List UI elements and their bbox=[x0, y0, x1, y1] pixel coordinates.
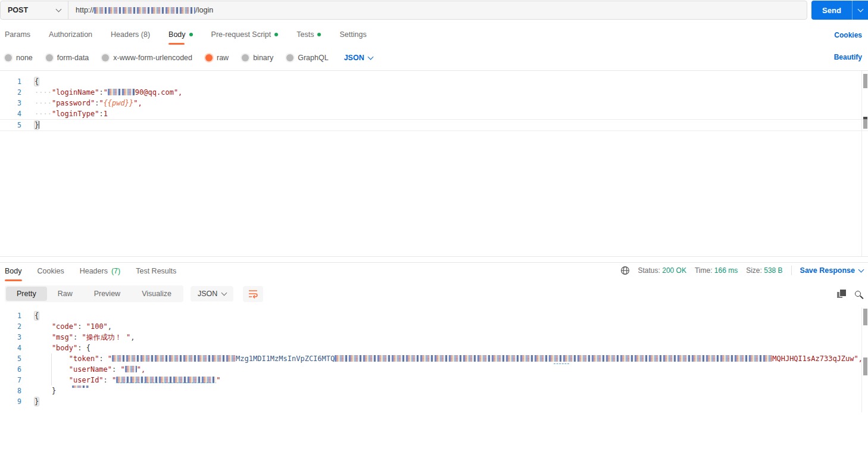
bodytype-binary[interactable]: binary bbox=[242, 54, 273, 62]
cookies-link[interactable]: Cookies bbox=[834, 31, 862, 39]
scrollbar-thumb[interactable] bbox=[863, 309, 867, 325]
radio-selected-icon bbox=[205, 54, 213, 61]
tab-response-headers[interactable]: Headers (7) bbox=[80, 263, 121, 281]
redacted-login-name bbox=[108, 89, 135, 95]
line-number: 8 bbox=[0, 386, 21, 396]
method-dropdown[interactable]: POST bbox=[1, 1, 68, 19]
line-number: 1 bbox=[0, 76, 21, 87]
view-raw[interactable]: Raw bbox=[47, 287, 83, 301]
bodytype-graphql[interactable]: GraphQL bbox=[286, 54, 328, 62]
line-number: 9 bbox=[0, 396, 21, 407]
line-number: 3 bbox=[0, 332, 21, 343]
redacted-spill bbox=[72, 386, 89, 388]
search-icon[interactable] bbox=[855, 291, 861, 297]
request-body-editor[interactable]: 1 { 2 ····"loginName":"90@qq.com", 3 ···… bbox=[0, 70, 868, 257]
wrap-lines-button[interactable] bbox=[243, 286, 263, 302]
copy-icon[interactable] bbox=[837, 290, 845, 298]
divider bbox=[791, 266, 792, 275]
code-line: 5 "token": "Mzg1MDI1MzMsInVpZCI6MTQMQHJH… bbox=[0, 353, 868, 364]
code-line: 4 "body": { bbox=[0, 343, 868, 353]
redacted-token bbox=[112, 355, 236, 362]
body-type-row: none form-data x-www-form-urlencoded raw… bbox=[0, 51, 868, 64]
radio-icon bbox=[102, 54, 109, 61]
code-line: 4 ····"loginType":1 bbox=[0, 108, 868, 119]
wrap-lines-icon bbox=[248, 289, 258, 299]
request-url-bar: POST http:///login bbox=[0, 1, 807, 20]
line-number: 7 bbox=[0, 375, 21, 386]
globe-icon[interactable] bbox=[620, 266, 630, 275]
beautify-link[interactable]: Beautify bbox=[834, 53, 862, 61]
tab-test-results[interactable]: Test Results bbox=[136, 263, 176, 281]
raw-language-dropdown[interactable]: JSON bbox=[344, 54, 373, 62]
view-visualize[interactable]: Visualize bbox=[131, 287, 182, 301]
view-preview[interactable]: Preview bbox=[83, 287, 131, 301]
line-number: 5 bbox=[0, 120, 21, 130]
status-field: Status: 200 OK bbox=[638, 266, 686, 275]
line-number: 3 bbox=[0, 98, 21, 108]
tab-body[interactable]: Body bbox=[168, 27, 193, 45]
code-line-active: 5 } bbox=[0, 119, 868, 131]
active-tab-underline bbox=[168, 43, 185, 45]
view-pretty[interactable]: Pretty bbox=[6, 287, 47, 301]
tab-response-body[interactable]: Body bbox=[5, 263, 22, 281]
radio-icon bbox=[242, 54, 249, 61]
save-response-button[interactable]: Save Response bbox=[800, 266, 863, 275]
radio-icon bbox=[46, 54, 53, 61]
bodytype-urlencoded[interactable]: x-www-form-urlencoded bbox=[102, 54, 192, 62]
link-underline-fragment bbox=[554, 363, 569, 364]
headers-count: (7) bbox=[111, 267, 120, 275]
bodytype-none[interactable]: none bbox=[5, 54, 33, 62]
line-number: 2 bbox=[0, 321, 21, 332]
send-button[interactable]: Send bbox=[811, 1, 852, 20]
code-line: 3 "msg": "操作成功！ ", bbox=[0, 332, 868, 343]
redacted-user-id bbox=[116, 377, 216, 383]
response-body-editor[interactable]: 1 { 2 "code": "100", 3 "msg": "操作成功！ ", … bbox=[0, 307, 868, 412]
tab-tests[interactable]: Tests bbox=[296, 27, 321, 45]
url-suffix: /login bbox=[195, 6, 213, 14]
code-line: 1 { bbox=[0, 310, 868, 321]
bodytype-raw[interactable]: raw bbox=[205, 54, 229, 62]
response-language-dropdown[interactable]: JSON bbox=[191, 286, 233, 301]
method-label: POST bbox=[8, 6, 28, 14]
size-field: Size: 538 B bbox=[746, 266, 782, 275]
request-tabs: Params Authorization Headers (8) Body Pr… bbox=[0, 27, 868, 45]
chevron-down-icon bbox=[221, 290, 227, 296]
tab-headers[interactable]: Headers (8) bbox=[111, 27, 150, 45]
bodytype-form-data[interactable]: form-data bbox=[46, 54, 89, 62]
token-fragment: Mzg1MDI1MzMsInVpZCI6MTQ bbox=[236, 355, 335, 363]
line-number: 4 bbox=[0, 108, 21, 119]
scrollbar-thumb[interactable] bbox=[863, 74, 867, 88]
code-line: 1 { bbox=[0, 76, 868, 87]
response-actions bbox=[837, 290, 863, 298]
response-meta: Status: 200 OK Time: 166 ms Size: 538 B … bbox=[620, 266, 863, 275]
line-number: 6 bbox=[0, 364, 21, 375]
modified-dot bbox=[274, 33, 278, 36]
line-number: 2 bbox=[0, 87, 21, 98]
indent-guide bbox=[51, 353, 52, 386]
code-line: 8 } bbox=[0, 386, 868, 396]
tab-settings[interactable]: Settings bbox=[339, 27, 366, 45]
modified-dot bbox=[189, 33, 193, 36]
tab-params[interactable]: Params bbox=[5, 27, 30, 45]
whitespace-dots: ···· bbox=[35, 110, 52, 118]
radio-icon bbox=[5, 54, 12, 61]
scrollbar-thumb[interactable] bbox=[863, 357, 867, 375]
time-value: 166 ms bbox=[714, 266, 738, 275]
whitespace-dots: ···· bbox=[35, 88, 52, 97]
url-input[interactable]: http:///login bbox=[68, 1, 807, 19]
status-value: 200 OK bbox=[662, 266, 686, 275]
redacted-token bbox=[335, 355, 772, 362]
chevron-down-icon bbox=[367, 54, 373, 60]
line-number: 5 bbox=[0, 353, 21, 364]
response-view-toolbar: Pretty Raw Preview Visualize JSON bbox=[5, 285, 863, 303]
tab-authorization[interactable]: Authorization bbox=[49, 27, 92, 45]
scrollbar-track bbox=[861, 307, 862, 412]
tab-pre-request-script[interactable]: Pre-request Script bbox=[211, 27, 279, 45]
postman-request-view: POST http:///login Send Params Authoriza… bbox=[0, 0, 868, 457]
send-split-button: Send bbox=[811, 1, 868, 20]
send-options-button[interactable] bbox=[852, 1, 868, 20]
environment-variable: {{pwd}} bbox=[104, 99, 134, 107]
whitespace-dots: ···· bbox=[35, 99, 52, 107]
scrollbar-thumb[interactable] bbox=[863, 119, 867, 129]
tab-response-cookies[interactable]: Cookies bbox=[38, 263, 64, 281]
